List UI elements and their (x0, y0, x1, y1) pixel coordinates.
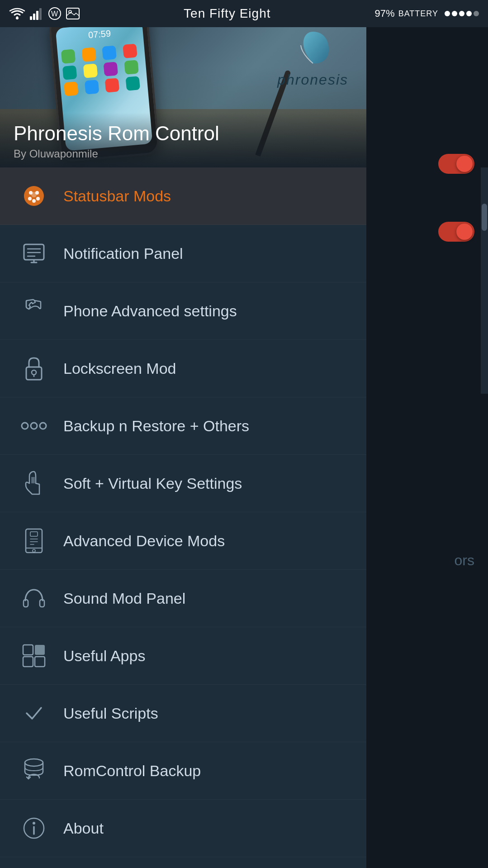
notification-panel-label: Notification Panel (63, 245, 183, 262)
sidebar-item-soft-virtual-keys[interactable]: Soft + Virtual Key Settings (0, 455, 366, 512)
sidebar-item-backup-restore[interactable]: Backup n Restore + Others (0, 397, 366, 455)
right-panel-text: ors (455, 552, 474, 569)
palette-icon (18, 180, 50, 212)
toggle-2[interactable] (438, 222, 474, 242)
headphones-icon (18, 582, 50, 614)
svg-point-32 (33, 549, 35, 552)
soft-virtual-keys-label: Soft + Virtual Key Settings (63, 475, 242, 492)
sidebar-item-useful-scripts[interactable]: Useful Scripts (0, 685, 366, 742)
svg-point-13 (32, 199, 36, 203)
phronesis-leaf-icon (293, 27, 333, 68)
whatsapp-icon: W (48, 7, 62, 20)
toggle-1[interactable] (438, 154, 474, 174)
toggle-2-container (438, 222, 474, 242)
sidebar-item-advanced-device-mods[interactable]: Advanced Device Mods (0, 512, 366, 570)
backup-restore-label: Backup n Restore + Others (63, 417, 249, 435)
svg-rect-1 (30, 16, 32, 20)
svg-rect-4 (39, 8, 42, 20)
sidebar-item-notification-panel[interactable]: Notification Panel (0, 225, 366, 282)
wifi-icon (9, 7, 25, 20)
svg-point-23 (32, 370, 36, 375)
statusbar-mods-label: Statusbar Mods (63, 187, 171, 205)
status-icons: W (9, 7, 80, 20)
sidebar-item-lockscreen-mod[interactable]: Lockscreen Mod (0, 340, 366, 397)
svg-point-25 (22, 423, 28, 429)
svg-rect-22 (26, 367, 42, 380)
signal-icon (30, 7, 43, 20)
status-time: Ten Fifty Eight (184, 6, 270, 21)
touch-icon (18, 467, 50, 499)
svg-point-14 (36, 197, 40, 200)
svg-point-45 (33, 822, 35, 825)
svg-point-12 (28, 197, 32, 200)
status-battery: 97% BATTERY (375, 8, 479, 19)
scrollbar[interactable] (481, 167, 488, 394)
svg-rect-2 (33, 14, 35, 20)
battery-percentage: 97% (375, 8, 395, 19)
advanced-device-mods-label: Advanced Device Mods (63, 532, 225, 550)
svg-rect-41 (23, 657, 33, 667)
image-icon (66, 8, 80, 19)
info-icon (18, 812, 50, 844)
useful-scripts-label: Useful Scripts (63, 705, 158, 722)
svg-rect-30 (26, 529, 42, 553)
device-icon (18, 525, 50, 557)
romcontrol-backup-label: RomControl Backup (63, 762, 201, 780)
phronesis-logo: phronesis (277, 27, 348, 88)
svg-point-0 (16, 17, 19, 19)
battery-label: BATTERY (398, 9, 438, 19)
phronesis-text: phronesis (277, 72, 348, 88)
status-bar: W Ten Fifty Eight 97% BATTERY (0, 0, 488, 27)
svg-text:W: W (51, 10, 58, 18)
header-title-area: Phronesis Rom Control By Oluwaponmile (0, 113, 366, 167)
dots-icon (18, 410, 50, 442)
lockscreen-mod-label: Lockscreen Mod (63, 360, 176, 377)
svg-point-43 (25, 759, 43, 766)
right-panel: ors (366, 0, 488, 868)
sidebar-item-phone-advanced[interactable]: Phone Advanced settings (0, 282, 366, 340)
scrollbar-thumb (482, 204, 487, 231)
sidebar-item-sound-mod-panel[interactable]: Sound Mod Panel (0, 570, 366, 627)
notification-icon (18, 238, 50, 269)
about-label: About (63, 820, 104, 837)
sidebar-item-about[interactable]: About (0, 800, 366, 857)
app-subtitle: By Oluwaponmile (14, 148, 353, 160)
svg-point-27 (40, 423, 46, 429)
check-icon (18, 697, 50, 729)
toggle-2-knob (456, 224, 473, 240)
svg-point-26 (31, 423, 37, 429)
phone-icon (18, 295, 50, 327)
toggle-1-container (438, 154, 474, 174)
svg-rect-40 (35, 645, 45, 655)
apps-icon (18, 640, 50, 672)
toggle-1-knob (456, 156, 473, 172)
sidebar-drawer: Statusbar Mods Notification Panel Phone … (0, 167, 366, 868)
sidebar-item-useful-apps[interactable]: Useful Apps (0, 627, 366, 685)
svg-rect-3 (36, 11, 38, 20)
svg-point-15 (31, 192, 37, 197)
database-icon (18, 755, 50, 787)
svg-rect-42 (35, 657, 45, 667)
sidebar-item-romcontrol-backup[interactable]: RomControl Backup (0, 742, 366, 800)
svg-rect-33 (30, 532, 38, 536)
useful-apps-label: Useful Apps (63, 647, 145, 665)
sound-mod-panel-label: Sound Mod Panel (63, 590, 185, 607)
lock-icon (18, 353, 50, 384)
phone-advanced-label: Phone Advanced settings (63, 302, 237, 320)
battery-dots (445, 11, 479, 16)
svg-rect-39 (23, 645, 33, 655)
sidebar-item-statusbar-mods[interactable]: Statusbar Mods (0, 167, 366, 225)
app-title: Phronesis Rom Control (14, 122, 353, 146)
